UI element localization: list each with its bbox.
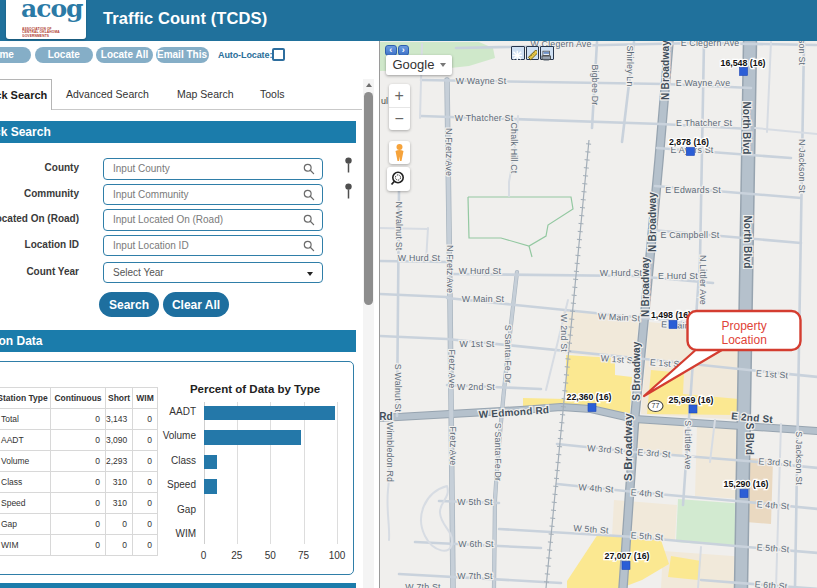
- section-title: Station Data: [0, 334, 43, 348]
- search-button[interactable]: Search: [99, 292, 159, 317]
- map-zoom-control[interactable]: + −: [389, 84, 411, 130]
- located-on-road--input[interactable]: [103, 209, 323, 231]
- row-label: Speed: [0, 493, 51, 514]
- clear-all-button[interactable]: Clear All: [163, 292, 229, 317]
- table-row: Gap000: [0, 514, 158, 535]
- cell-value: 2,293: [106, 451, 133, 472]
- street-label: S Broadway: [622, 413, 634, 481]
- county-input[interactable]: [103, 158, 323, 180]
- map-pin-icon[interactable]: [344, 157, 353, 174]
- street-label: N Broadway: [660, 40, 671, 100]
- count-marker[interactable]: [669, 321, 677, 329]
- map-layer-label: Google: [393, 57, 435, 72]
- cell-value: 0: [106, 514, 133, 535]
- street-label: W 2nd St: [559, 314, 569, 352]
- acog-logo[interactable]: acog ASSOCIATION OFCENTRAL OKLAHOMAGOVER…: [6, 0, 86, 39]
- printer-icon: [541, 50, 552, 61]
- quick-search-section-header: Quick Search: [0, 121, 356, 143]
- cell-value: 3,143: [106, 409, 133, 430]
- scroll-up-arrow[interactable]: [366, 83, 372, 87]
- street-label: S Jackson St: [794, 431, 804, 485]
- cell-value: 0: [51, 409, 106, 430]
- map-pin-icon[interactable]: [344, 183, 353, 200]
- street-label: N Jackson St: [797, 139, 807, 194]
- callout-text-line1: Property: [722, 319, 767, 333]
- street-label: N Fretz Ave: [444, 128, 454, 176]
- count-year-select[interactable]: Select Year: [103, 262, 323, 284]
- count-marker[interactable]: [740, 490, 748, 498]
- street-label: W Hurd St: [398, 253, 441, 263]
- auto-locate-checkbox[interactable]: [272, 48, 285, 61]
- field-label: Community: [0, 188, 79, 199]
- chart-category-label: Class: [150, 455, 196, 466]
- table-row: Total03,1430: [0, 409, 158, 430]
- email-this-button[interactable]: Email This: [156, 47, 209, 64]
- tab-tools[interactable]: Tools: [260, 88, 285, 100]
- street-label: W 6th St: [458, 539, 494, 549]
- chart-gridline: [270, 402, 271, 544]
- cell-value: 0: [51, 514, 106, 535]
- count-marker[interactable]: [689, 405, 697, 413]
- street-label: Fretz Ave: [447, 350, 457, 389]
- tab-advanced-search[interactable]: Advanced Search: [66, 88, 149, 100]
- location-id-input[interactable]: [103, 235, 323, 257]
- table-row: Speed03100: [0, 493, 158, 514]
- pegman-icon: [389, 141, 410, 164]
- street-label: W Hurd St: [459, 266, 502, 276]
- map-measure-tool-button[interactable]: [526, 46, 540, 60]
- chart-category-label: Volume: [150, 430, 196, 441]
- cell-value: 0: [106, 535, 133, 556]
- tab-map-search[interactable]: Map Search: [177, 88, 234, 100]
- street-label: N Broadway: [647, 192, 658, 252]
- auto-locate-label: Auto-Locate:: [218, 50, 272, 60]
- street-view-pegman-button[interactable]: [389, 141, 411, 164]
- street-label: S Littler Ave: [683, 420, 693, 469]
- street-label: N Walnut St: [394, 202, 404, 251]
- cell-value: 310: [106, 472, 133, 493]
- cell-value: 0: [51, 472, 106, 493]
- home-button[interactable]: Home: [0, 47, 31, 64]
- street-label: S Santa Fe Dr: [503, 325, 513, 383]
- count-marker[interactable]: [740, 68, 748, 76]
- street-label: S Broadway: [631, 341, 642, 400]
- map-print-tool-button[interactable]: [540, 46, 554, 60]
- street-label: W 2nd St: [457, 382, 495, 392]
- locate-button[interactable]: Locate: [35, 47, 93, 64]
- panel-scrollbar[interactable]: [363, 79, 374, 588]
- community-input[interactable]: [103, 184, 323, 206]
- cell-value: 3,090: [106, 430, 133, 451]
- street-label: North Blvd: [741, 101, 752, 154]
- street-label: N Littler Ave: [698, 255, 708, 305]
- count-marker-label: 22,360 (16): [567, 392, 612, 402]
- row-label: Volume: [0, 451, 51, 472]
- street-label: E Hurd St: [658, 271, 698, 281]
- map-canvas[interactable]: W Clegern AveE Clegern AveW Wayne StE Wa…: [380, 36, 817, 588]
- count-marker-label: 1,498 (16): [651, 310, 691, 320]
- map-panel[interactable]: W Clegern AveE Clegern AveW Wayne StE Wa…: [379, 36, 817, 588]
- scrollbar-thumb[interactable]: [364, 92, 373, 305]
- locate-all-button[interactable]: Locate All: [96, 47, 153, 64]
- zoom-out-button[interactable]: −: [389, 107, 411, 129]
- street-label: E 6th St: [754, 579, 788, 588]
- callout-text-line2: Location: [722, 333, 767, 347]
- count-marker[interactable]: [687, 148, 695, 156]
- page-title: Traffic Count (TCDS): [103, 9, 267, 28]
- map-pan-tool-button[interactable]: [511, 46, 525, 60]
- zoom-to-selection-button[interactable]: [387, 167, 410, 191]
- chart-category-label: AADT: [150, 406, 196, 417]
- count-marker-label: 16,548 (16): [721, 58, 766, 68]
- street-label: S Santa Fe Dr: [493, 423, 503, 481]
- chart-tick-label: 25: [222, 550, 252, 561]
- map-layer-select[interactable]: Google: [386, 55, 452, 75]
- count-marker[interactable]: [588, 404, 596, 412]
- search-icon: [303, 189, 315, 201]
- cell-value: 0: [51, 430, 106, 451]
- count-marker[interactable]: [622, 562, 630, 570]
- street-label: Wimbledon Rd: [385, 422, 395, 482]
- street-label: Rd: [380, 411, 393, 422]
- cell-value: 310: [106, 493, 133, 514]
- zoom-in-button[interactable]: +: [389, 84, 411, 107]
- section-title: Quick Search: [0, 125, 51, 139]
- chart-category-label: Gap: [150, 504, 196, 515]
- tab-quick-search[interactable]: Quick Search: [0, 79, 52, 110]
